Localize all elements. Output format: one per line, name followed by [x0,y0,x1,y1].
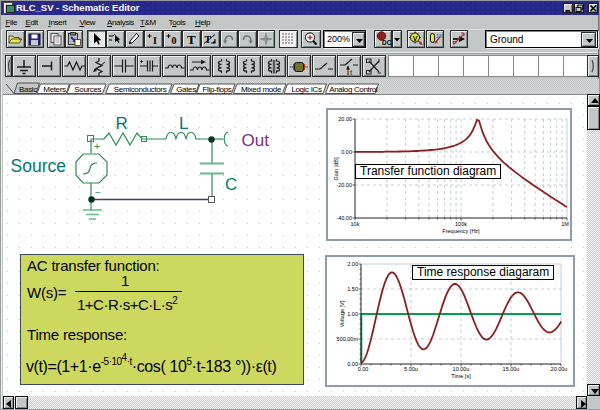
svg-text:Out: Out [242,131,270,150]
svg-text:20.00: 20.00 [338,116,352,122]
svg-text:+: + [94,140,100,152]
svg-text:0.00: 0.00 [358,366,369,372]
svg-text:0.00: 0.00 [347,361,358,367]
svg-text:0.00: 0.00 [341,149,352,155]
svg-text:500.00m: 500.00m [337,336,359,342]
svg-text:10.00u: 10.00u [453,366,470,372]
svg-text:10k: 10k [351,221,360,227]
svg-text:1.00: 1.00 [347,311,358,317]
svg-text:15.00u: 15.00u [503,366,520,372]
svg-text:−: − [95,186,101,198]
svg-text:100k: 100k [455,221,467,227]
svg-text:Source: Source [11,156,66,176]
svg-text:-20.00: -20.00 [336,182,352,188]
svg-text:L: L [179,114,188,133]
svg-text:Frequency [Hz]: Frequency [Hz] [442,228,480,234]
svg-text:Voltage [V]: Voltage [V] [339,300,345,327]
svg-text:Gain [dB]: Gain [dB] [333,157,339,180]
svg-text:2.00: 2.00 [347,261,358,267]
svg-text:1M: 1M [561,221,569,227]
svg-text:C: C [225,175,237,194]
svg-text:5.00u: 5.00u [404,366,418,372]
svg-text:Time [s]: Time [s] [451,373,471,379]
svg-text:R: R [116,114,128,133]
svg-text:1.50: 1.50 [347,286,358,292]
svg-text:20.00u: 20.00u [551,366,568,372]
